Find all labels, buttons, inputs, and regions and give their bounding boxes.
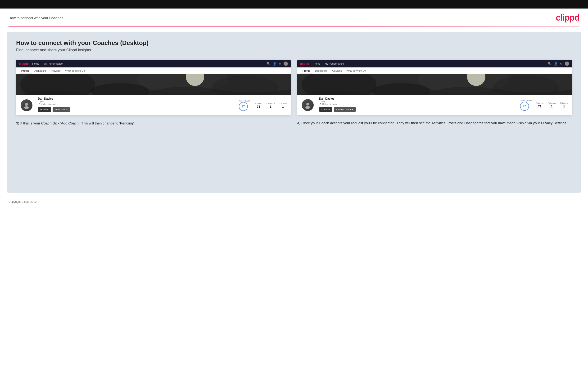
golf-banner-left bbox=[16, 74, 291, 95]
mock-stat-quality-left: Player Quality 97 bbox=[239, 100, 251, 111]
mock-avatar-wrap-left bbox=[20, 99, 33, 112]
tab-whattoworkon-right[interactable]: What To Work On bbox=[344, 67, 368, 74]
mock-browser-right: clippd Home My Performance 🔍 👤 ⚙ Profile… bbox=[297, 60, 572, 115]
following-value-left: 1 bbox=[282, 105, 284, 108]
user-icon-left[interactable]: 👤 bbox=[273, 62, 277, 66]
followers-value-right: 1 bbox=[551, 105, 553, 108]
tab-activities-left[interactable]: Activities bbox=[48, 67, 63, 74]
search-icon-right[interactable]: 🔍 bbox=[548, 62, 552, 66]
golf-banner-right bbox=[297, 74, 572, 95]
mock-stats-left: Player Quality 97 Activities 71 Follower… bbox=[239, 100, 287, 112]
mock-logo-left: clippd bbox=[19, 62, 28, 66]
activities-value-right: 71 bbox=[538, 105, 541, 108]
activities-label-left: Activities bbox=[255, 102, 262, 104]
following-label-right: Following bbox=[560, 102, 568, 104]
mock-avatar-wrap-right bbox=[301, 99, 314, 112]
mock-stat-activities-right: Activities 71 bbox=[536, 102, 544, 108]
user-icon-right[interactable]: 👤 bbox=[554, 62, 558, 66]
plus-icon-left: + bbox=[66, 108, 68, 111]
screenshot-col-right: clippd Home My Performance 🔍 👤 ⚙ Profile… bbox=[297, 60, 572, 126]
mock-stat-followers-left: Followers 1 bbox=[267, 102, 275, 108]
screenshot-col-left: clippd Home My Performance 🔍 👤 ⚙ Profile… bbox=[16, 60, 291, 126]
mock-player-details-right: Dan Davies ✓ Pro 📍 United Kingdom Unfoll… bbox=[319, 95, 515, 112]
page-subheading: Find, connect and share your Clippd insi… bbox=[16, 48, 572, 52]
settings-icon-right[interactable]: ⚙ bbox=[560, 62, 562, 65]
mock-player-location-left: 📍 United Kingdom bbox=[38, 103, 234, 105]
footer: Copyright Clippd 2022 bbox=[0, 198, 588, 208]
remove-coach-button-right[interactable]: Remove Coach ✕ bbox=[334, 107, 356, 112]
header-divider bbox=[9, 26, 579, 26]
mock-nav-right: clippd Home My Performance 🔍 👤 ⚙ bbox=[297, 60, 572, 67]
quality-label-left: Player Quality bbox=[239, 100, 251, 102]
mock-stat-quality-right: Player Quality 97 bbox=[520, 100, 532, 111]
tab-dashboard-left[interactable]: Dashboard bbox=[32, 67, 48, 74]
following-value-right: 1 bbox=[563, 105, 565, 108]
check-icon-left: ✓ bbox=[38, 101, 40, 103]
mock-browser-left: clippd Home My Performance 🔍 👤 ⚙ Profile… bbox=[16, 60, 291, 115]
quality-label-right: Player Quality bbox=[520, 100, 532, 102]
desc-left: 3) If this is your Coach click 'Add Coac… bbox=[16, 120, 291, 126]
desc-right: 4) Once your Coach accepts your request … bbox=[297, 120, 572, 126]
svg-point-18 bbox=[305, 106, 310, 109]
mock-stat-following-right: Following 1 bbox=[560, 102, 568, 108]
header-title: How to connect with your Coaches bbox=[9, 16, 63, 20]
mock-player-name-right: Dan Davies bbox=[319, 97, 515, 100]
mock-stat-followers-right: Followers 1 bbox=[548, 102, 556, 108]
add-coach-button-left[interactable]: Add Coach + bbox=[52, 107, 70, 112]
globe-icon-right[interactable] bbox=[565, 61, 569, 66]
mock-buttons-right: Unfollow Remove Coach ✕ bbox=[319, 107, 515, 112]
mock-player-role-left: ✓ Pro bbox=[38, 100, 234, 103]
quality-circle-left: 97 bbox=[239, 102, 248, 111]
mock-nav-right-right: 🔍 👤 ⚙ bbox=[548, 61, 569, 66]
pin-icon-left: 📍 bbox=[38, 103, 40, 105]
tab-dashboard-right[interactable]: Dashboard bbox=[313, 67, 329, 74]
mock-avatar-right bbox=[301, 99, 314, 112]
pin-icon-right: 📍 bbox=[319, 103, 321, 105]
tab-whattoworkon-left[interactable]: What To Work On bbox=[63, 67, 87, 74]
unfollow-button-right[interactable]: Unfollow bbox=[319, 107, 332, 112]
mock-player-role-right: ✓ Pro bbox=[319, 100, 515, 103]
followers-label-left: Followers bbox=[267, 102, 275, 104]
activities-label-right: Activities bbox=[536, 102, 544, 104]
mock-tabs-left: Profile Dashboard Activities What To Wor… bbox=[16, 67, 291, 74]
logo: clippd bbox=[556, 13, 579, 23]
check-icon-right: ✓ bbox=[319, 101, 321, 103]
mock-stat-following-left: Following 1 bbox=[279, 102, 287, 108]
mock-nav-performance-left[interactable]: My Performance bbox=[43, 62, 63, 65]
mock-nav-left: clippd Home My Performance 🔍 👤 ⚙ bbox=[16, 60, 291, 67]
mock-profile-info-left: Dan Davies ✓ Pro 📍 United Kingdom Unfoll… bbox=[16, 95, 291, 115]
mock-player-details-left: Dan Davies ✓ Pro 📍 United Kingdom Unfoll… bbox=[38, 95, 234, 112]
header: How to connect with your Coaches clippd bbox=[0, 8, 588, 26]
mock-tabs-right: Profile Dashboard Activities What To Wor… bbox=[297, 67, 572, 74]
tab-profile-right[interactable]: Profile bbox=[300, 67, 313, 74]
following-label-left: Following bbox=[279, 102, 287, 104]
mock-profile-info-right: Dan Davies ✓ Pro 📍 United Kingdom Unfoll… bbox=[297, 95, 572, 115]
svg-point-17 bbox=[306, 103, 309, 106]
mock-buttons-left: Unfollow Add Coach + bbox=[38, 107, 234, 112]
quality-circle-right: 97 bbox=[520, 102, 529, 111]
mock-player-location-right: 📍 United Kingdom bbox=[319, 103, 515, 105]
copyright-text: Copyright Clippd 2022 bbox=[9, 200, 37, 203]
mock-nav-right-left: 🔍 👤 ⚙ bbox=[267, 61, 288, 66]
top-bar bbox=[0, 0, 588, 8]
unfollow-button-left[interactable]: Unfollow bbox=[38, 107, 51, 112]
tab-profile-left[interactable]: Profile bbox=[19, 67, 32, 74]
globe-icon-left[interactable] bbox=[284, 61, 288, 66]
followers-label-right: Followers bbox=[548, 102, 556, 104]
mock-avatar-left bbox=[20, 99, 33, 112]
settings-icon-left[interactable]: ⚙ bbox=[279, 62, 281, 65]
mock-stats-right: Player Quality 97 Activities 71 Follower… bbox=[520, 100, 568, 112]
mock-stat-activities-left: Activities 71 bbox=[255, 102, 262, 108]
mock-nav-home-left[interactable]: Home bbox=[32, 62, 39, 65]
activities-value-left: 71 bbox=[257, 105, 260, 108]
main-content: How to connect with your Coaches (Deskto… bbox=[7, 32, 581, 193]
followers-value-left: 1 bbox=[270, 105, 271, 108]
search-icon-left[interactable]: 🔍 bbox=[267, 62, 270, 66]
tab-activities-right[interactable]: Activities bbox=[329, 67, 344, 74]
mock-player-name-left: Dan Davies bbox=[38, 97, 234, 100]
mock-logo-right: clippd bbox=[300, 62, 309, 66]
svg-point-7 bbox=[25, 103, 28, 106]
close-icon-right: ✕ bbox=[352, 108, 354, 111]
mock-nav-performance-right[interactable]: My Performance bbox=[325, 62, 344, 65]
mock-nav-home-right[interactable]: Home bbox=[313, 62, 320, 65]
